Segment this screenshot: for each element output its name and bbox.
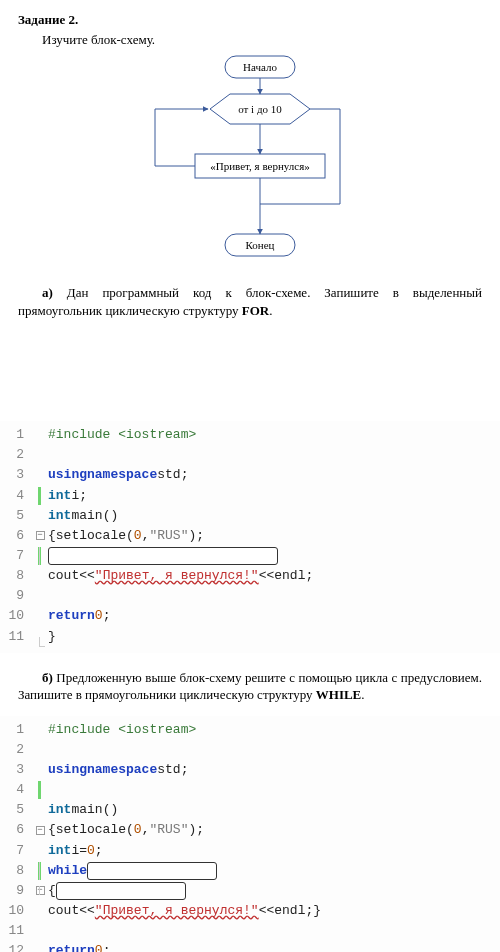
answer-box-while-cond[interactable]	[87, 862, 217, 880]
answer-box-for[interactable]	[48, 547, 278, 565]
flow-start-label: Начало	[243, 61, 277, 73]
code-block-a: 1 #include <iostream> 2 3 using namespac…	[0, 421, 500, 653]
answer-box-while-body[interactable]	[56, 882, 186, 900]
part-a-text: а) Дан программный код к блок-схеме. Зап…	[18, 284, 482, 319]
fold-icon[interactable]: −	[36, 826, 45, 835]
part-b-text: б) Предложенную выше блок-схему решите с…	[18, 669, 482, 704]
task-subtitle: Изучите блок-схему.	[18, 32, 482, 48]
code-block-b: 1 #include <iostream> 2 3 using namespac…	[0, 716, 500, 952]
fold-icon[interactable]: −	[36, 886, 45, 895]
fold-icon[interactable]: −	[36, 531, 45, 540]
flow-loop-label: от i до 10	[238, 103, 282, 115]
part-b-label: б)	[42, 670, 53, 685]
flow-body-label: «Привет, я вернулся»	[210, 160, 309, 172]
flowchart: Начало от i до 10 «Привет, я вернулся» К…	[18, 54, 482, 274]
flow-end-label: Конец	[246, 239, 275, 251]
task-title: Задание 2.	[18, 12, 482, 28]
part-a-label: а)	[42, 285, 53, 300]
